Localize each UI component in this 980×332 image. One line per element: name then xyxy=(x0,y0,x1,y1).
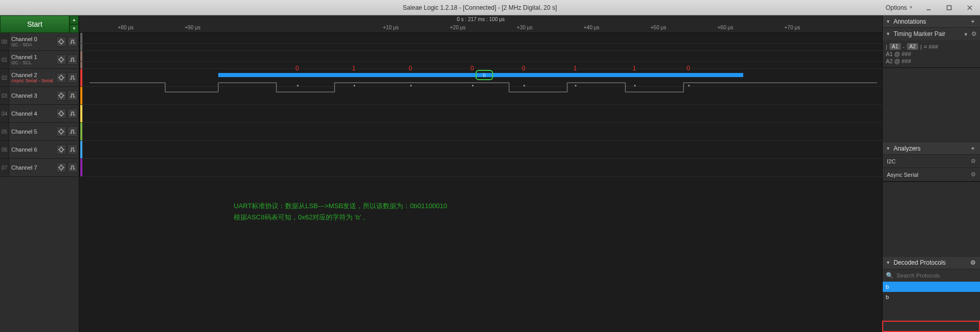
timeline-tick: +60 μs xyxy=(717,25,733,30)
analyzers-header[interactable]: ▼ Analyzers + xyxy=(883,142,980,155)
channel-trigger-button[interactable] xyxy=(67,36,78,47)
channel-trigger-button[interactable] xyxy=(67,108,78,119)
start-config-up[interactable]: ▲ xyxy=(69,15,79,24)
svg-point-14 xyxy=(60,76,63,80)
wave-row-7[interactable] xyxy=(79,159,882,177)
analyzer-item[interactable]: I2C⚙ xyxy=(883,155,980,168)
annotation-line-2: 根据ASCII码表可知，0x62对应的字符为 ‘b’ 。 xyxy=(234,212,447,223)
svg-point-9 xyxy=(60,58,63,62)
channel-index: 02 xyxy=(0,69,9,86)
minimize-button[interactable] xyxy=(918,1,939,15)
waveform-area[interactable]: 0 s : 217 ms : 100 μs +80 μs+90 μs+10 μs… xyxy=(79,15,882,332)
channel-index: 06 xyxy=(0,141,9,158)
options-label: Options xyxy=(886,4,907,11)
decoded-search[interactable]: 🔍 xyxy=(883,269,980,282)
search-icon: 🔍 xyxy=(886,272,894,279)
bit-dot xyxy=(410,85,412,86)
analyzer-name: I2C xyxy=(887,158,896,164)
gear-icon[interactable]: ⚙ xyxy=(971,158,976,164)
chevron-down-icon: ▼ xyxy=(886,146,890,151)
channel-trigger-button[interactable] xyxy=(67,126,78,137)
channel-name: Channel 1 xyxy=(11,54,56,60)
channel-settings-button[interactable] xyxy=(56,144,66,155)
svg-point-29 xyxy=(60,130,63,134)
channel-trigger-button[interactable] xyxy=(67,90,78,101)
bit-dot xyxy=(297,85,299,86)
channel-name: Channel 3 xyxy=(11,93,56,99)
channel-settings-button[interactable] xyxy=(56,72,66,83)
channel-row-5[interactable]: 05Channel 5 xyxy=(0,123,79,141)
channel-row-0[interactable]: 00Channel 0I2C - SDA xyxy=(0,33,79,51)
timing-marker-title: Timing Marker Pair xyxy=(894,30,946,38)
channel-name: Channel 6 xyxy=(11,146,56,153)
decoded-item[interactable]: b xyxy=(883,292,980,302)
timeline-tick: +50 μs xyxy=(651,25,667,30)
decoded-char-box[interactable]: b xyxy=(476,70,493,80)
channel-row-6[interactable]: 06Channel 6 xyxy=(0,141,79,159)
decoded-item[interactable]: b xyxy=(883,282,980,292)
channel-settings-button[interactable] xyxy=(56,54,66,65)
marker-a2-row[interactable]: A2 @ ### xyxy=(886,58,977,64)
channel-index: 03 xyxy=(0,87,9,104)
marker-a1-row[interactable]: A1 @ ### xyxy=(886,51,977,57)
timeline-tick: +20 μs xyxy=(450,25,466,30)
wave-row-0[interactable] xyxy=(79,33,882,51)
decoded-header[interactable]: ▼ Decoded Protocols ⚙ xyxy=(883,257,980,269)
channel-settings-button[interactable] xyxy=(56,126,66,137)
chevron-down-icon: ▼ xyxy=(886,19,890,24)
channel-trigger-button[interactable] xyxy=(67,162,78,173)
close-button[interactable] xyxy=(959,1,980,15)
options-menu[interactable]: Options ▼ xyxy=(881,4,918,11)
bit-label: 0 xyxy=(687,65,690,72)
channel-trigger-button[interactable] xyxy=(67,144,78,155)
channel-name: Channel 7 xyxy=(11,164,56,171)
channel-settings-button[interactable] xyxy=(56,108,66,119)
side-panels: ▼ Annotations + ▼ Timing Marker Pair ▼⚙ … xyxy=(882,15,980,332)
wave-row-6[interactable] xyxy=(79,141,882,159)
channel-subtitle: I2C - SDA xyxy=(11,42,56,47)
search-input[interactable] xyxy=(897,272,977,279)
wave-row-1[interactable] xyxy=(79,51,882,69)
timeline-header: 0 s : 217 ms : 100 μs +80 μs+90 μs+10 μs… xyxy=(79,15,882,33)
channel-name: Channel 0 xyxy=(11,36,56,42)
channel-row-2[interactable]: 02Channel 2Async Serial - Serial xyxy=(0,69,79,87)
channel-row-7[interactable]: 07Channel 7 xyxy=(0,159,79,177)
wave-row-5[interactable] xyxy=(79,123,882,141)
add-analyzer-button[interactable]: + xyxy=(969,144,977,153)
channel-settings-button[interactable] xyxy=(56,36,66,47)
channel-index: 00 xyxy=(0,33,9,50)
chevron-down-icon: ▼ xyxy=(886,260,890,265)
timeline-tick: +10 μs xyxy=(383,25,399,30)
start-button[interactable]: Start xyxy=(0,15,69,33)
annotations-header[interactable]: ▼ Annotations + xyxy=(883,15,980,28)
channel-settings-button[interactable] xyxy=(56,162,66,173)
wave-row-4[interactable] xyxy=(79,105,882,123)
channel-settings-button[interactable] xyxy=(56,90,66,101)
channel-row-4[interactable]: 04Channel 4 xyxy=(0,105,79,123)
bit-label: 1 xyxy=(352,65,356,72)
svg-point-24 xyxy=(60,112,63,116)
channel-trigger-button[interactable] xyxy=(67,54,78,65)
timeline-tick: +80 μs xyxy=(118,25,134,30)
add-annotation-button[interactable]: + xyxy=(969,17,977,26)
channel-color-bar xyxy=(79,123,82,140)
analyzer-item[interactable]: Async Serial⚙ xyxy=(883,168,980,181)
channel-trigger-button[interactable] xyxy=(67,72,78,83)
bit-dot xyxy=(472,85,474,86)
timing-marker-header[interactable]: ▼ Timing Marker Pair ▼⚙ xyxy=(883,28,980,40)
annotations-panel: ▼ Annotations + ▼ Timing Marker Pair ▼⚙ … xyxy=(883,15,980,68)
gear-icon[interactable]: ▼⚙ xyxy=(962,30,977,38)
svg-rect-1 xyxy=(947,6,951,10)
analyzers-title: Analyzers xyxy=(894,145,921,152)
analyzers-panel: ▼ Analyzers + I2C⚙Async Serial⚙ xyxy=(883,142,980,182)
start-config-down[interactable]: ▼ xyxy=(69,24,79,33)
maximize-button[interactable] xyxy=(939,1,959,15)
channel-row-3[interactable]: 03Channel 3 xyxy=(0,87,79,105)
bit-label: 0 xyxy=(470,65,474,72)
annotations-title: Annotations xyxy=(894,18,926,25)
channel-row-1[interactable]: 01Channel 1I2C - SCL xyxy=(0,51,79,69)
gear-icon[interactable]: ⚙ xyxy=(971,171,976,178)
bit-label: 1 xyxy=(633,65,636,72)
decoded-settings-button[interactable]: ⚙ xyxy=(969,259,977,267)
svg-point-39 xyxy=(60,166,63,170)
